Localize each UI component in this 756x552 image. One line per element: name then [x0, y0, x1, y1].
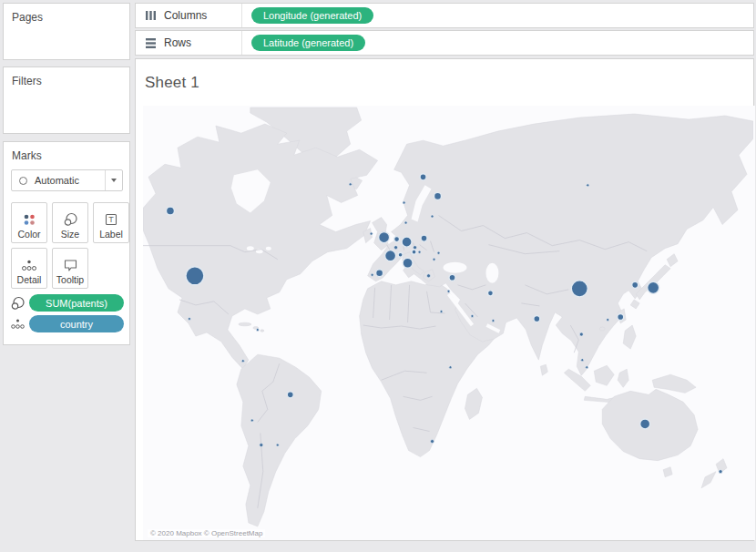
- size-button[interactable]: Size: [52, 202, 88, 243]
- map-bubble-denmark[interactable]: [404, 221, 407, 224]
- rows-label: Rows: [164, 36, 191, 49]
- map-bubble-saudi-arabia[interactable]: [471, 314, 474, 317]
- map-bubble-chile[interactable]: [250, 419, 253, 422]
- marks-title: Marks: [4, 142, 129, 162]
- rows-shelf-head: Rows: [136, 31, 242, 55]
- tooltip-button-label: Tooltip: [56, 274, 84, 285]
- filters-shelf[interactable]: Filters: [3, 66, 130, 134]
- map-bubble-new-zealand[interactable]: [719, 470, 722, 474]
- map-bubble-belgium[interactable]: [394, 246, 398, 250]
- map-view[interactable]: © 2020 Mapbox © OpenStreetMap: [143, 106, 755, 540]
- circle-mark-icon: [19, 177, 27, 185]
- map-bubble-estonia[interactable]: [431, 215, 434, 218]
- map-bubble-iran[interactable]: [487, 291, 493, 296]
- mark-type-dropdown[interactable]: Automatic: [11, 169, 123, 191]
- longitude-pill[interactable]: Longitude (generated): [251, 7, 373, 24]
- map-bubble-hong-kong[interactable]: [607, 318, 609, 321]
- map-bubble-ukraine[interactable]: [437, 251, 440, 254]
- detail-icon: [10, 318, 26, 331]
- filters-title: Filters: [4, 67, 129, 87]
- map-svg: [143, 106, 753, 540]
- map-bubble-japan[interactable]: [648, 281, 659, 293]
- pages-shelf[interactable]: Pages: [3, 3, 130, 60]
- color-icon: [22, 213, 36, 227]
- map-bubble-usa[interactable]: [186, 267, 204, 285]
- detail-icon: [21, 259, 37, 272]
- map-bubble-turkey[interactable]: [449, 274, 455, 281]
- map-bubble-canada[interactable]: [166, 207, 174, 215]
- map-bubble-india[interactable]: [534, 315, 540, 322]
- color-button[interactable]: Color: [11, 202, 47, 243]
- map-bubble-poland[interactable]: [421, 235, 427, 241]
- map-bubble-netherlands[interactable]: [394, 237, 400, 242]
- map-bubble-greece[interactable]: [427, 274, 431, 278]
- map-bubble-russia[interactable]: [587, 184, 589, 187]
- size-encoding-row: SUM(patents): [10, 294, 124, 312]
- map-bubble-italy[interactable]: [403, 258, 413, 268]
- map-bubble-kenya[interactable]: [449, 366, 452, 369]
- detail-encoding-row: country: [10, 315, 124, 332]
- columns-label: Columns: [164, 9, 207, 22]
- map-bubble-egypt[interactable]: [440, 310, 443, 312]
- mark-type-label: Automatic: [35, 175, 105, 186]
- map-bubble-uruguay[interactable]: [276, 444, 279, 446]
- detail-button-label: Detail: [17, 274, 42, 285]
- map-bubble-taiwan[interactable]: [618, 313, 624, 320]
- columns-icon: [145, 10, 157, 21]
- map-bubble-thailand[interactable]: [579, 332, 583, 336]
- rows-icon: [145, 37, 157, 48]
- size-button-label: Size: [61, 229, 79, 240]
- map-bubble-austria[interactable]: [412, 250, 416, 254]
- color-button-label: Color: [17, 229, 40, 240]
- map-bubble-iceland[interactable]: [349, 183, 352, 186]
- map-bubble-argentina[interactable]: [260, 444, 263, 447]
- tooltip-icon: [63, 258, 78, 272]
- label-button-label: Label: [99, 229, 123, 240]
- detail-button[interactable]: Detail: [11, 248, 47, 289]
- map-bubble-uae[interactable]: [492, 319, 495, 322]
- map-bubble-south-africa[interactable]: [431, 440, 434, 444]
- map-bubble-brazil[interactable]: [287, 392, 293, 398]
- map-bubble-caribbean[interactable]: [256, 329, 259, 332]
- map-bubble-czechia[interactable]: [414, 246, 417, 250]
- map-bubble-israel[interactable]: [447, 290, 450, 292]
- map-bubble-ireland[interactable]: [370, 232, 373, 235]
- map-bubble-china[interactable]: [571, 281, 587, 297]
- map-bubble-switzerland[interactable]: [398, 252, 403, 257]
- map-bubble-sweden[interactable]: [403, 201, 405, 204]
- map-bubble-singapore[interactable]: [586, 366, 588, 369]
- tableau-workspace: { "panels": { "pages": { "title": "Pages…: [0, 0, 756, 552]
- columns-shelf[interactable]: Columns Longitude (generated): [135, 3, 754, 28]
- map-attribution: © 2020 Mapbox © OpenStreetMap: [148, 529, 265, 537]
- map-bubble-france[interactable]: [385, 250, 396, 261]
- map-bubble-hungary[interactable]: [418, 250, 421, 253]
- map-bubble-australia[interactable]: [640, 419, 650, 429]
- map-bubble-romania[interactable]: [433, 258, 435, 261]
- svg-text:T: T: [108, 215, 114, 224]
- latitude-pill[interactable]: Latitude (generated): [251, 35, 365, 51]
- map-bubble-portugal[interactable]: [371, 273, 373, 276]
- columns-shelf-head: Columns: [136, 4, 242, 27]
- worksheet: Sheet 1: [135, 58, 754, 541]
- size-icon: [10, 296, 26, 311]
- map-bubble-mexico[interactable]: [188, 317, 190, 320]
- map-bubble-south-korea[interactable]: [632, 281, 639, 288]
- sum-patents-pill[interactable]: SUM(patents): [29, 294, 124, 312]
- map-bubble-uk[interactable]: [379, 232, 390, 243]
- sheet-title: Sheet 1: [145, 74, 199, 92]
- pages-title: Pages: [4, 4, 129, 24]
- label-icon: T: [104, 212, 118, 227]
- map-bubble-finland[interactable]: [434, 192, 442, 199]
- map-bubble-malaysia[interactable]: [581, 359, 584, 362]
- label-button[interactable]: T Label: [93, 202, 129, 243]
- map-bubble-germany[interactable]: [402, 237, 412, 247]
- dropdown-caret[interactable]: [105, 170, 122, 190]
- rows-shelf[interactable]: Rows Latitude (generated): [135, 30, 754, 56]
- map-bubble-norway[interactable]: [420, 174, 426, 180]
- country-pill[interactable]: country: [29, 315, 124, 332]
- tooltip-button[interactable]: Tooltip: [52, 248, 88, 289]
- map-bubble-colombia[interactable]: [241, 360, 244, 363]
- chevron-down-icon: [111, 179, 117, 182]
- marks-card: Marks Automatic Color Size T Label: [3, 141, 130, 345]
- map-bubble-spain[interactable]: [376, 270, 383, 277]
